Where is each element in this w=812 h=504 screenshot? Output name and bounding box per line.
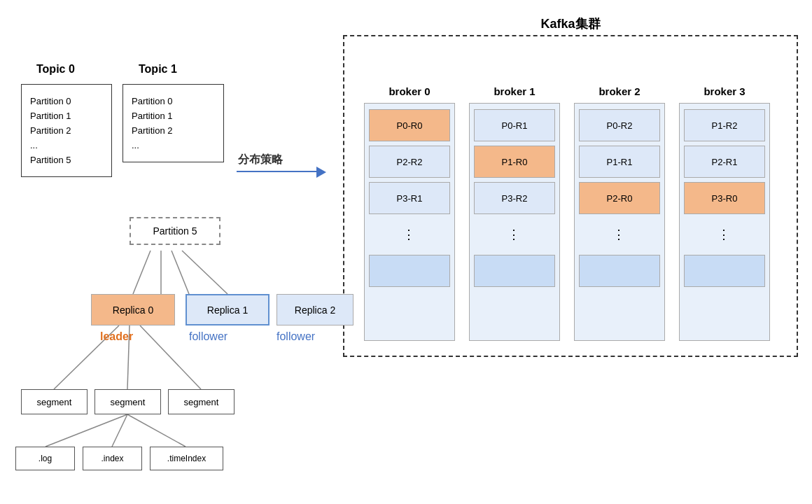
- svg-line-2: [172, 251, 189, 294]
- broker1-column: broker 1 P0-R1 P1-R0 P3-R2 ⋮: [469, 85, 560, 335]
- broker1-ellipsis: ⋮: [474, 218, 555, 251]
- topic1-partition2: Partition 2: [132, 125, 215, 136]
- broker0-column: broker 0 P0-R0 P2-R2 P3-R1 ⋮: [364, 85, 455, 335]
- broker2-cell2: P2-R0: [579, 182, 660, 214]
- broker2-column: broker 2 P0-R2 P1-R1 P2-R0 ⋮: [574, 85, 665, 335]
- label-follower1: follower: [189, 330, 227, 343]
- file-log-box: .log: [15, 447, 75, 470]
- topic1-title: Topic 1: [139, 63, 177, 76]
- broker3-column: broker 3 P1-R2 P2-R1 P3-R0 ⋮: [679, 85, 770, 335]
- broker0-cell1: P2-R2: [369, 146, 450, 178]
- broker1-cell1: P1-R0: [474, 146, 555, 178]
- topic0-ellipsis: ...: [30, 140, 103, 150]
- broker1-cell2: P3-R2: [474, 182, 555, 214]
- broker3-title: broker 3: [679, 85, 770, 97]
- topic0-partition0: Partition 0: [30, 96, 103, 106]
- topic1-partition1: Partition 1: [132, 111, 215, 121]
- segment0-box: segment: [21, 389, 88, 414]
- segment1-box: segment: [94, 389, 161, 414]
- arrow-label: 分布策略: [238, 153, 283, 167]
- broker3-empty: [684, 255, 765, 287]
- broker3-inner: P1-R2 P2-R1 P3-R0 ⋮: [679, 103, 770, 341]
- kafka-cluster-title: Kafka集群: [343, 15, 798, 32]
- topic0-box: Partition 0 Partition 1 Partition 2 ... …: [21, 84, 112, 177]
- svg-line-0: [133, 251, 150, 294]
- label-follower2: follower: [276, 330, 315, 343]
- broker1-inner: P0-R1 P1-R0 P3-R2 ⋮: [469, 103, 560, 341]
- broker1-cell0: P0-R1: [474, 109, 555, 141]
- topic1-partition0: Partition 0: [132, 96, 215, 106]
- broker2-title: broker 2: [574, 85, 665, 97]
- broker1-empty: [474, 255, 555, 287]
- svg-line-7: [46, 414, 127, 447]
- svg-line-8: [112, 414, 127, 447]
- broker3-ellipsis: ⋮: [684, 218, 765, 251]
- broker0-cell2: P3-R1: [369, 182, 450, 214]
- topic1-ellipsis: ...: [132, 140, 215, 150]
- partition5-dashed-box: Partition 5: [130, 217, 220, 245]
- arrow-line: [237, 171, 321, 172]
- broker2-cell1: P1-R1: [579, 146, 660, 178]
- kafka-cluster-box: broker 0 P0-R0 P2-R2 P3-R1 ⋮ broker 1 P0…: [343, 35, 798, 357]
- segment2-box: segment: [168, 389, 234, 414]
- broker0-cell0: P0-R0: [369, 109, 450, 141]
- broker0-empty: [369, 255, 450, 287]
- file-index-box: .index: [83, 447, 142, 470]
- topic0-partition5: Partition 5: [30, 155, 103, 165]
- broker2-ellipsis: ⋮: [579, 218, 660, 251]
- label-leader: leader: [100, 330, 133, 343]
- broker2-empty: [579, 255, 660, 287]
- replica0-box: Replica 0: [91, 294, 175, 326]
- broker2-inner: P0-R2 P1-R1 P2-R0 ⋮: [574, 103, 665, 341]
- broker3-cell2: P3-R0: [684, 182, 765, 214]
- broker0-inner: P0-R0 P2-R2 P3-R1 ⋮: [364, 103, 455, 341]
- topic0-title: Topic 0: [36, 63, 75, 76]
- replica2-box: Replica 2: [276, 294, 354, 326]
- broker0-title: broker 0: [364, 85, 455, 97]
- file-timeindex-box: .timeIndex: [150, 447, 223, 470]
- broker2-cell0: P0-R2: [579, 109, 660, 141]
- topic0-partition1: Partition 1: [30, 111, 103, 121]
- broker3-cell1: P2-R1: [684, 146, 765, 178]
- broker0-ellipsis: ⋮: [369, 218, 450, 251]
- topic0-partition2: Partition 2: [30, 125, 103, 136]
- replica1-box: Replica 1: [186, 294, 270, 326]
- arrow-head: [316, 167, 326, 178]
- svg-line-9: [127, 414, 186, 447]
- topic1-box: Partition 0 Partition 1 Partition 2 ...: [122, 84, 224, 162]
- svg-line-3: [182, 251, 227, 294]
- broker3-cell0: P1-R2: [684, 109, 765, 141]
- broker1-title: broker 1: [469, 85, 560, 97]
